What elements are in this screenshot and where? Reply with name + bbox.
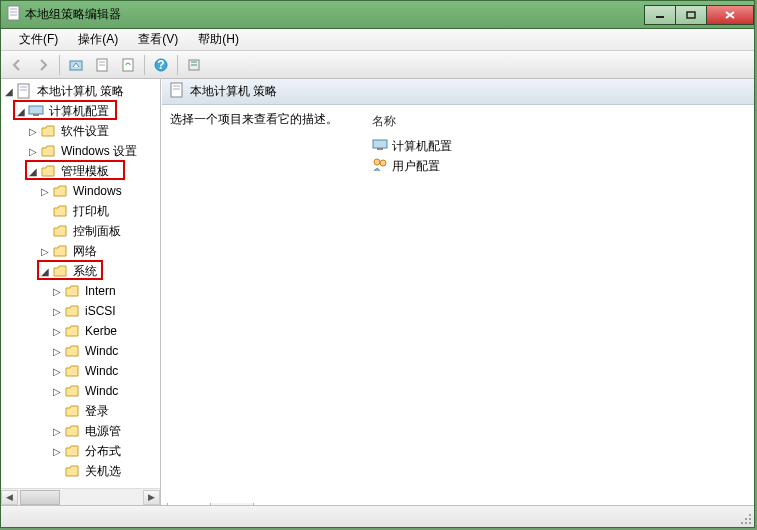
tree-node-shutdown[interactable]: 关机选 <box>3 461 160 481</box>
toolbar-separator <box>59 55 60 75</box>
tree-node-root[interactable]: ◢ 本地计算机 策略 <box>3 81 160 101</box>
statusbar <box>1 505 754 527</box>
tree-label: 管理模板 <box>59 162 111 181</box>
tree-node-admin-templates[interactable]: ◢ 管理模板 <box>3 161 160 181</box>
svg-point-28 <box>749 514 751 516</box>
menu-action[interactable]: 操作(A) <box>68 29 128 50</box>
tree-panel: ◢ 本地计算机 策略 ◢ 计算机配置 ▷ 软件设置 ▷ <box>1 79 161 505</box>
pc-icon <box>372 139 388 154</box>
tree-node-kerberos[interactable]: ▷Kerbe <box>3 321 160 341</box>
tree-label: 控制面板 <box>71 222 123 241</box>
tree-label: Windc <box>83 343 120 359</box>
tree-node-windc1[interactable]: ▷Windc <box>3 341 160 361</box>
tree-node-printer[interactable]: 打印机 <box>3 201 160 221</box>
tree-label: Intern <box>83 283 118 299</box>
collapse-icon[interactable]: ◢ <box>3 85 15 97</box>
expand-icon[interactable]: ▷ <box>51 445 63 457</box>
resize-grip-icon[interactable] <box>738 511 752 525</box>
tree-node-windows-settings[interactable]: ▷ Windows 设置 <box>3 141 160 161</box>
titlebar[interactable]: 本地组策略编辑器 <box>1 1 754 29</box>
properties-button[interactable] <box>90 54 114 76</box>
tree-node-software[interactable]: ▷ 软件设置 <box>3 121 160 141</box>
folder-icon <box>52 223 68 239</box>
tree-node-windows[interactable]: ▷ Windows <box>3 181 160 201</box>
tree-node-internet[interactable]: ▷Intern <box>3 281 160 301</box>
folder-icon <box>64 383 80 399</box>
tree-node-control-panel[interactable]: 控制面板 <box>3 221 160 241</box>
folder-icon <box>40 123 56 139</box>
tree-label: 电源管 <box>83 422 123 441</box>
svg-rect-24 <box>373 140 387 148</box>
client-area: ◢ 本地计算机 策略 ◢ 计算机配置 ▷ 软件设置 ▷ <box>1 79 754 505</box>
tree-label: 网络 <box>71 242 99 261</box>
tree-node-windc2[interactable]: ▷Windc <box>3 361 160 381</box>
menubar: 文件(F) 操作(A) 查看(V) 帮助(H) <box>1 29 754 51</box>
svg-point-26 <box>374 159 380 165</box>
tree-label: Kerbe <box>83 323 119 339</box>
expand-icon[interactable]: ▷ <box>27 125 39 137</box>
forward-button[interactable] <box>31 54 55 76</box>
expand-icon[interactable]: ▷ <box>39 185 51 197</box>
up-button[interactable] <box>64 54 88 76</box>
toolbar-separator <box>177 55 178 75</box>
window-controls <box>645 5 754 25</box>
tree-label: 本地计算机 策略 <box>35 82 126 101</box>
policy-icon <box>170 82 184 101</box>
expand-icon[interactable]: ▷ <box>51 325 63 337</box>
tree-node-computer-config[interactable]: ◢ 计算机配置 <box>3 101 160 121</box>
list-item-user[interactable]: 用户配置 <box>370 156 746 176</box>
folder-icon <box>40 163 56 179</box>
column-header-name[interactable]: 名称 <box>370 111 746 136</box>
expand-icon[interactable]: ▷ <box>51 285 63 297</box>
expand-spacer <box>51 405 63 417</box>
collapse-icon[interactable]: ◢ <box>15 105 27 117</box>
help-button[interactable]: ? <box>149 54 173 76</box>
tree-hscroll[interactable]: ◀ ▶ <box>1 488 160 505</box>
svg-point-31 <box>741 522 743 524</box>
expand-icon[interactable]: ▷ <box>39 245 51 257</box>
minimize-button[interactable] <box>644 5 676 25</box>
tree-node-login[interactable]: 登录 <box>3 401 160 421</box>
expand-icon[interactable]: ▷ <box>51 385 63 397</box>
expand-icon[interactable]: ▷ <box>51 345 63 357</box>
collapse-icon[interactable]: ◢ <box>39 265 51 277</box>
scroll-thumb[interactable] <box>20 490 60 505</box>
expand-icon[interactable]: ▷ <box>51 425 63 437</box>
folder-icon <box>64 323 80 339</box>
tree-node-power[interactable]: ▷电源管 <box>3 421 160 441</box>
folder-icon <box>64 423 80 439</box>
menu-view[interactable]: 查看(V) <box>128 29 188 50</box>
tree-node-network[interactable]: ▷ 网络 <box>3 241 160 261</box>
tree-label: Windc <box>83 363 120 379</box>
expand-spacer <box>39 205 51 217</box>
svg-rect-0 <box>8 6 19 20</box>
menu-help[interactable]: 帮助(H) <box>188 29 249 50</box>
tree-node-iscsi[interactable]: ▷iSCSI <box>3 301 160 321</box>
refresh-button[interactable] <box>116 54 140 76</box>
list-item-computer[interactable]: 计算机配置 <box>370 136 746 156</box>
tree-node-system[interactable]: ◢ 系统 <box>3 261 160 281</box>
detail-title: 本地计算机 策略 <box>190 83 277 100</box>
gpedit-window: 本地组策略编辑器 文件(F) 操作(A) 查看(V) 帮助(H) ? ◢ <box>0 0 755 528</box>
close-button[interactable] <box>706 5 754 25</box>
scroll-left-button[interactable]: ◀ <box>1 490 18 505</box>
expand-icon[interactable]: ▷ <box>27 145 39 157</box>
folder-icon <box>52 203 68 219</box>
collapse-icon[interactable]: ◢ <box>27 165 39 177</box>
description-text: 选择一个项目来查看它的描述。 <box>170 111 360 128</box>
tree-node-windc3[interactable]: ▷Windc <box>3 381 160 401</box>
scroll-right-button[interactable]: ▶ <box>143 490 160 505</box>
filter-button[interactable] <box>182 54 206 76</box>
maximize-button[interactable] <box>675 5 707 25</box>
window-title: 本地组策略编辑器 <box>25 6 121 23</box>
list-column: 名称 计算机配置 用户配置 <box>370 111 746 499</box>
svg-point-32 <box>745 522 747 524</box>
menu-file[interactable]: 文件(F) <box>9 29 68 50</box>
tree-label: 软件设置 <box>59 122 111 141</box>
svg-point-27 <box>380 160 386 166</box>
back-button[interactable] <box>5 54 29 76</box>
expand-icon[interactable]: ▷ <box>51 305 63 317</box>
tree-node-distributed[interactable]: ▷分布式 <box>3 441 160 461</box>
expand-icon[interactable]: ▷ <box>51 365 63 377</box>
tree-label: 关机选 <box>83 462 123 481</box>
